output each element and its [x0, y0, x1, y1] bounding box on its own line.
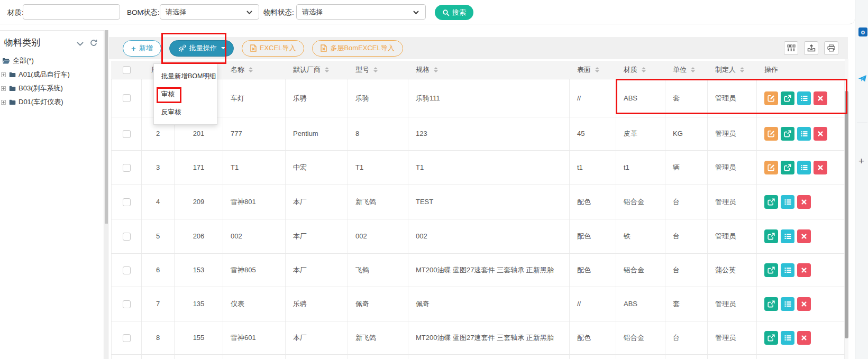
sort-icon[interactable] [740, 67, 744, 72]
export-button[interactable] [804, 41, 818, 55]
edit-button[interactable] [764, 127, 778, 141]
list-button[interactable] [797, 91, 811, 105]
bom-status-select[interactable]: 请选择 [160, 4, 259, 20]
cell-spec: 123 [408, 117, 570, 150]
column-header-unit[interactable]: 单位 [665, 61, 708, 79]
delete-button[interactable] [797, 297, 811, 311]
add-button[interactable]: + 新增 [123, 40, 161, 57]
material-input[interactable] [23, 4, 120, 20]
column-header-surface[interactable]: 表面 [570, 61, 616, 79]
batch-operations-button[interactable]: 批量操作 [169, 40, 234, 57]
excel-import-button[interactable]: EXCEL导入 [242, 40, 305, 57]
list-icon [800, 95, 808, 102]
plus-icon: + [131, 44, 136, 52]
list-button[interactable] [781, 331, 794, 345]
column-header-creator[interactable]: 制定人 [708, 61, 757, 79]
list-button[interactable] [781, 297, 794, 311]
share-icon [767, 198, 775, 206]
row-checkbox[interactable] [123, 300, 131, 308]
share-button[interactable] [764, 331, 778, 345]
menu-item[interactable]: 审核 [154, 85, 217, 103]
edit-button[interactable] [764, 91, 778, 105]
excel-file-icon [321, 44, 327, 52]
outlook-icon[interactable]: o [858, 27, 867, 36]
share-button[interactable] [764, 263, 778, 277]
sort-icon[interactable] [373, 67, 378, 72]
cell-vendor: 本厂 [286, 321, 348, 354]
list-button[interactable] [781, 195, 794, 209]
sidebar-scrollbar[interactable] [104, 30, 108, 359]
sort-icon[interactable] [434, 67, 438, 72]
table-scrollbar-thumb[interactable] [845, 91, 848, 338]
delete-button[interactable] [814, 127, 827, 141]
cell-actions [757, 117, 845, 150]
tree-expander-icon[interactable] [1, 100, 6, 105]
delete-button[interactable] [814, 161, 827, 174]
share-icon [767, 266, 775, 274]
item-status-select[interactable]: 请选择 [296, 4, 426, 20]
sidebar-scrollbar-thumb[interactable] [105, 30, 108, 224]
column-header-name[interactable]: 名称 [223, 61, 286, 79]
tree-node[interactable]: D01(车灯仪表) [0, 95, 104, 109]
multi-bom-excel-import-button[interactable]: 多层BomEXCEL导入 [312, 40, 403, 57]
sort-icon[interactable] [325, 67, 329, 72]
item-status-value: 请选择 [302, 7, 323, 17]
column-header-label: 表面 [577, 65, 591, 75]
sort-icon[interactable] [691, 67, 695, 72]
menu-item[interactable]: 反审核 [154, 103, 217, 121]
plus-icon[interactable]: + [858, 155, 864, 167]
refresh-icon[interactable] [90, 39, 97, 49]
tree-expander-icon[interactable] [1, 72, 6, 77]
menu-item[interactable]: 批量新增BOM明细 [154, 67, 217, 85]
share-button[interactable] [781, 161, 794, 174]
tree-node[interactable]: B03(刹车系统) [0, 81, 104, 95]
column-header-material[interactable]: 材质 [616, 61, 665, 79]
cell-surface: 配色 [570, 321, 616, 354]
sort-icon[interactable] [642, 67, 646, 72]
delete-button[interactable] [797, 263, 811, 277]
list-button[interactable] [797, 161, 811, 174]
row-checkbox[interactable] [123, 164, 131, 172]
share-button[interactable] [764, 229, 778, 243]
edit-button[interactable] [764, 161, 778, 174]
cell-name: 雷神805 [223, 254, 286, 287]
print-button[interactable] [824, 41, 838, 55]
list-button[interactable] [797, 127, 811, 141]
collapse-chevron-icon[interactable] [77, 39, 84, 49]
row-checkbox[interactable] [123, 266, 131, 274]
cell-material: 铝合金 [616, 321, 665, 354]
list-button[interactable] [781, 229, 794, 243]
share-button[interactable] [764, 297, 778, 311]
search-button[interactable]: 搜索 [435, 5, 473, 20]
cell-creator: 管理员 [708, 321, 757, 354]
share-button[interactable] [781, 91, 794, 105]
telegram-icon[interactable] [858, 75, 867, 82]
columns-toggle-button[interactable] [784, 41, 798, 55]
cell-vendor: 乐骋 [286, 287, 348, 321]
cell-model: T1 [348, 151, 408, 185]
share-button[interactable] [781, 127, 794, 141]
row-checkbox[interactable] [123, 198, 131, 206]
delete-button[interactable] [814, 91, 827, 105]
delete-button[interactable] [797, 229, 811, 243]
sort-icon[interactable] [249, 67, 253, 72]
table-row: 6153雷神805本厂飞鸽MT200油碟 蓝图27速套件 三套轴承 正新黑胎配色… [111, 254, 845, 287]
row-checkbox[interactable] [123, 334, 131, 342]
tree-node[interactable]: A01(成品自行车) [0, 68, 104, 81]
tree-expander-icon[interactable] [1, 86, 6, 91]
delete-button[interactable] [797, 195, 811, 209]
table-scrollbar[interactable] [845, 59, 848, 359]
select-all-checkbox[interactable] [123, 66, 131, 74]
delete-button[interactable] [797, 331, 811, 345]
share-button[interactable] [764, 195, 778, 209]
list-button[interactable] [781, 263, 794, 277]
tree-node[interactable]: 全部(*) [0, 54, 104, 68]
close-icon [801, 233, 807, 240]
column-header-spec[interactable]: 规格 [408, 61, 570, 79]
column-header-model[interactable]: 型号 [348, 61, 408, 79]
row-checkbox[interactable] [123, 130, 131, 138]
sort-icon[interactable] [595, 67, 599, 72]
row-checkbox[interactable] [123, 233, 131, 241]
row-checkbox[interactable] [123, 94, 131, 102]
column-header-vendor[interactable]: 默认厂商 [286, 61, 348, 79]
